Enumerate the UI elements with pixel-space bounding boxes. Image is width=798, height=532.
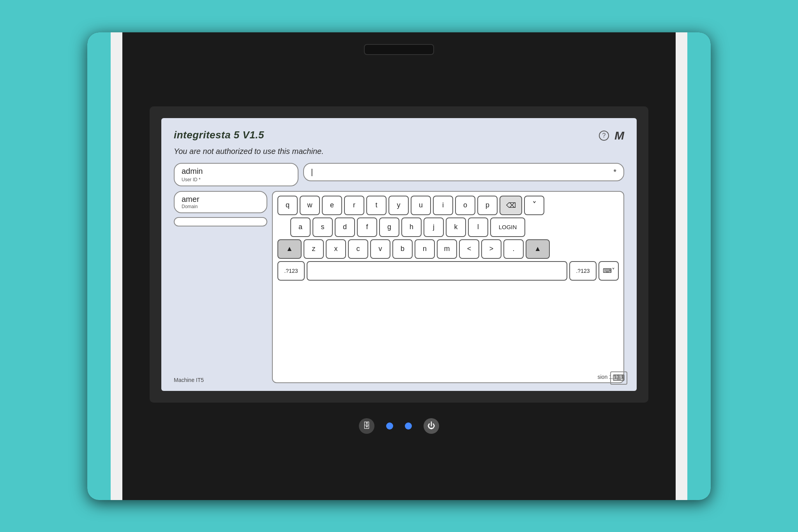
domain-value: amer [182, 195, 260, 204]
key-lt[interactable]: < [459, 239, 479, 259]
key-w[interactable]: w [300, 196, 320, 215]
main-content: amer Domain Machine IT5 q w e r t [174, 191, 624, 383]
key-m[interactable]: m [437, 239, 457, 259]
key-c[interactable]: c [348, 239, 368, 259]
keyboard-row-4: .?123 .?123 ⌨˅ [277, 261, 619, 281]
key-u[interactable]: u [411, 196, 431, 215]
key-e[interactable]: e [322, 196, 342, 215]
key-x[interactable]: x [326, 239, 346, 259]
power-button[interactable]: ⏻ [424, 418, 439, 434]
key-gt[interactable]: > [481, 239, 501, 259]
key-login[interactable]: LOGIN [490, 217, 525, 237]
header-icons: ? M [599, 129, 624, 142]
password-cursor: | [311, 168, 313, 177]
key-symbols-left[interactable]: .?123 [277, 261, 305, 281]
user-id-value: admin [182, 167, 291, 176]
key-b[interactable]: b [392, 239, 413, 259]
key-q[interactable]: q [277, 196, 298, 215]
indicator-dot-right [405, 422, 412, 429]
user-id-label: User ID * [182, 177, 291, 182]
key-y[interactable]: y [388, 196, 409, 215]
white-border-left [111, 32, 122, 500]
key-g[interactable]: g [379, 217, 399, 237]
password-field[interactable]: | * [303, 163, 624, 181]
screen: integritesta 5 V1.5 ? M You are not auth… [161, 118, 637, 391]
key-k[interactable]: k [446, 217, 466, 237]
key-o[interactable]: o [455, 196, 475, 215]
keyboard-area: q w e r t y u i o p ⌫ ˅ [272, 191, 624, 383]
domain-label: Domain [182, 204, 260, 209]
user-id-field[interactable]: admin User ID * [174, 163, 298, 186]
keyboard-icon-bottom[interactable]: ⌨ [610, 371, 627, 385]
key-backspace[interactable]: ⌫ [500, 196, 522, 215]
key-chevron-down[interactable]: ˅ [524, 196, 544, 215]
key-z[interactable]: z [304, 239, 324, 259]
keyboard-row-2: a s d f g h j k l LOGIN [277, 217, 619, 237]
key-v[interactable]: v [370, 239, 390, 259]
white-border-right [676, 32, 687, 500]
key-space[interactable] [307, 261, 567, 281]
key-r[interactable]: r [344, 196, 364, 215]
key-f[interactable]: f [357, 217, 377, 237]
key-i[interactable]: i [433, 196, 453, 215]
key-d[interactable]: d [335, 217, 355, 237]
key-symbols-right[interactable]: .?123 [569, 261, 597, 281]
screen-bezel: integritesta 5 V1.5 ? M You are not auth… [150, 106, 648, 403]
form-area: admin User ID * | * [174, 163, 624, 186]
db-button[interactable]: 🗄 [359, 418, 374, 434]
key-l[interactable]: l [468, 217, 488, 237]
key-j[interactable]: j [424, 217, 444, 237]
left-panel: amer Domain Machine IT5 [174, 191, 267, 383]
key-s[interactable]: s [312, 217, 333, 237]
screen-header: integritesta 5 V1.5 ? M [174, 129, 624, 142]
keyboard-row-1: q w e r t y u i o p ⌫ ˅ [277, 196, 619, 215]
key-a[interactable]: a [290, 217, 311, 237]
key-t[interactable]: t [366, 196, 387, 215]
bottom-controls: 🗄 ⏻ [359, 418, 439, 434]
key-keyboard-hide[interactable]: ⌨˅ [598, 261, 619, 281]
password-asterisk: * [613, 168, 616, 177]
action-button[interactable] [174, 217, 267, 226]
menu-icon[interactable]: M [614, 129, 624, 142]
key-shift-right[interactable]: ▲ [526, 239, 550, 259]
domain-field[interactable]: amer Domain [174, 191, 267, 213]
app-title: integritesta 5 V1.5 [174, 129, 264, 141]
key-h[interactable]: h [401, 217, 422, 237]
keyboard-row-3: ▲ z x c v b n m < > . ▲ [277, 239, 619, 259]
key-n[interactable]: n [415, 239, 435, 259]
indicator-dot-left [386, 422, 393, 429]
machine-info: Machine IT5 [174, 377, 267, 383]
key-shift-left[interactable]: ▲ [277, 239, 302, 259]
auth-message: You are not authorized to use this machi… [174, 147, 624, 156]
device-handle [364, 44, 434, 55]
key-period[interactable]: . [503, 239, 524, 259]
help-icon[interactable]: ? [599, 131, 609, 141]
key-p[interactable]: p [477, 196, 498, 215]
